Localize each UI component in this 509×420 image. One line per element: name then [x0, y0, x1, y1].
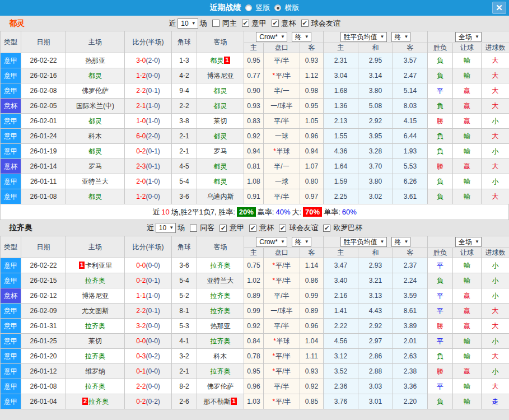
away-team[interactable]: 那不勒斯1 [197, 394, 244, 409]
away-team[interactable]: 都灵 [197, 174, 244, 189]
mean-stage-select[interactable]: 终▼ [391, 32, 411, 42]
home-team[interactable]: 莱切 [66, 334, 125, 349]
home-team[interactable]: 都灵 [66, 114, 125, 129]
league-checkbox-europa[interactable] [323, 225, 330, 232]
league-label-coppa[interactable]: 意杯 [259, 223, 274, 233]
handicap-result: 贏 [453, 304, 482, 319]
league-label-europa[interactable]: 欧罗巴杯 [333, 223, 362, 233]
away-team[interactable]: 莱切 [197, 114, 244, 129]
league-checkbox-coppa[interactable] [272, 20, 279, 27]
bookmaker-select[interactable]: Crow*▼ [256, 32, 287, 42]
mean-stage-select[interactable]: 终▼ [391, 237, 411, 247]
away-team[interactable]: 博洛尼亚 [197, 68, 244, 83]
home-team[interactable]: 国际米兰(中) [66, 99, 125, 114]
odds-home: 0.92 [244, 319, 264, 334]
table-row: 意甲 26-01-11 亚特兰大 2-0(1-0) 5-4 都灵 1.08 一球… [1, 174, 509, 189]
corner-score: 2-1 [172, 364, 197, 379]
league-label-friendly[interactable]: 球会友谊 [289, 223, 318, 233]
odds-stage-select[interactable]: 终▼ [292, 237, 311, 247]
home-team[interactable]: 科木 [66, 129, 125, 144]
home-team[interactable]: 拉齐奥 [66, 379, 125, 394]
mean-away: 5.53 [393, 159, 428, 174]
match-count-select[interactable]: 10▼ [156, 223, 176, 233]
away-team[interactable]: 都灵 [197, 159, 244, 174]
fulltime-score: 2-3 [136, 162, 146, 170]
league-checkbox-serie-a[interactable] [242, 20, 249, 27]
away-team[interactable]: 都灵1 [197, 53, 244, 68]
horizontal-layout-label[interactable]: 横版 [285, 3, 300, 13]
league-label-serie-a[interactable]: 意甲 [230, 223, 244, 233]
same-away-checkbox[interactable] [190, 225, 197, 232]
away-team[interactable]: 拉齐奥 [197, 304, 244, 319]
home-team[interactable]: 都灵 [66, 68, 125, 83]
home-team[interactable]: 亚特兰大 [66, 174, 125, 189]
away-team[interactable]: 拉齐奥 [197, 364, 244, 379]
home-team[interactable]: 佛罗伦萨 [66, 83, 125, 99]
home-team[interactable]: 尤文图斯 [66, 304, 125, 319]
vertical-layout-radio[interactable] [245, 4, 252, 11]
away-team[interactable]: 亚特兰大 [197, 273, 244, 288]
away-team[interactable]: 佛罗伦萨 [197, 379, 244, 394]
goals-result: 大 [482, 349, 509, 364]
home-team[interactable]: 都灵 [66, 189, 125, 204]
away-team[interactable]: 乌迪内斯 [197, 189, 244, 204]
scope-select[interactable]: 全场▼ [455, 237, 482, 247]
corner-score: 1-3 [172, 53, 197, 68]
halftime-score: (0-1) [146, 307, 160, 315]
handicap-result: 輸 [453, 349, 482, 364]
fulltime-score: 1-2 [136, 72, 146, 80]
home-team[interactable]: 拉齐奥 [66, 349, 125, 364]
away-team[interactable]: 拉齐奥 [197, 334, 244, 349]
home-team[interactable]: 博洛尼亚 [66, 288, 125, 304]
table-row: 意甲 26-01-20 拉齐奥 0-3(0-2) 3-2 科木 0.78 *平/… [1, 349, 509, 364]
col-score: 比分(半场) [125, 31, 172, 53]
away-team[interactable]: 都灵 [197, 129, 244, 144]
close-icon[interactable]: ✕ [492, 2, 506, 14]
home-team[interactable]: 都灵 [66, 144, 125, 159]
home-team[interactable]: 2拉齐奥 [66, 394, 125, 409]
scope-select[interactable]: 全场▼ [455, 32, 482, 42]
mean-type-select[interactable]: 胜平负均值▼ [340, 237, 387, 247]
odds-stage-select[interactable]: 终▼ [292, 32, 311, 42]
home-team[interactable]: 拉齐奥 [66, 273, 125, 288]
horizontal-layout-radio[interactable] [274, 4, 281, 11]
home-team[interactable]: 维罗纳 [66, 364, 125, 379]
league-checkbox-friendly[interactable] [301, 20, 309, 27]
same-home-checkbox[interactable] [212, 20, 220, 27]
home-team[interactable]: 1卡利亚里 [66, 258, 125, 273]
league-checkbox-coppa[interactable] [249, 225, 256, 232]
away-team[interactable]: 拉齐奥 [197, 258, 244, 273]
handicap-result: 輸 [453, 144, 482, 159]
league-label-coppa[interactable]: 意杯 [282, 18, 296, 29]
league-checkbox-serie-a[interactable] [220, 225, 227, 232]
odds-away: 0.96 [300, 319, 324, 334]
away-team[interactable]: 都灵 [197, 83, 244, 99]
away-team[interactable]: 热那亚 [197, 319, 244, 334]
away-team[interactable]: 罗马 [197, 144, 244, 159]
handicap-line: *平/半 [264, 364, 300, 379]
away-team[interactable]: 拉齐奥 [197, 288, 244, 304]
league-label-serie-a[interactable]: 意甲 [252, 18, 267, 29]
league-checkbox-friendly[interactable] [279, 225, 286, 232]
bookmaker-select[interactable]: Crow*▼ [256, 237, 287, 247]
table-row: 意甲 26-01-12 维罗纳 0-1(0-0) 2-1 拉齐奥 0.95 *平… [1, 364, 509, 379]
mean-type-select[interactable]: 胜平负均值▼ [340, 32, 387, 42]
match-type: 意杯 [1, 159, 21, 174]
match-count-select[interactable]: 10▼ [178, 18, 198, 29]
odds-away: 0.97 [300, 189, 324, 204]
result-cell: 平 [428, 379, 453, 394]
vertical-layout-label[interactable]: 竖版 [256, 3, 270, 13]
away-team[interactable]: 科木 [197, 349, 244, 364]
halftime-score: (0-0) [146, 382, 160, 390]
home-team[interactable]: 拉齐奥 [66, 319, 125, 334]
fulltime-score: 6-0 [136, 132, 146, 140]
league-label-friendly[interactable]: 球会友谊 [311, 18, 340, 29]
same-away-label[interactable]: 同客 [200, 223, 214, 233]
away-team[interactable]: 都灵 [197, 99, 244, 114]
result-cell: 負 [428, 68, 453, 83]
home-team[interactable]: 热那亚 [66, 53, 125, 68]
chevron-down-icon: ▼ [305, 238, 309, 246]
same-home-label[interactable]: 同主 [222, 18, 237, 29]
mean-draw: 3.13 [358, 288, 393, 304]
home-team[interactable]: 罗马 [66, 159, 125, 174]
